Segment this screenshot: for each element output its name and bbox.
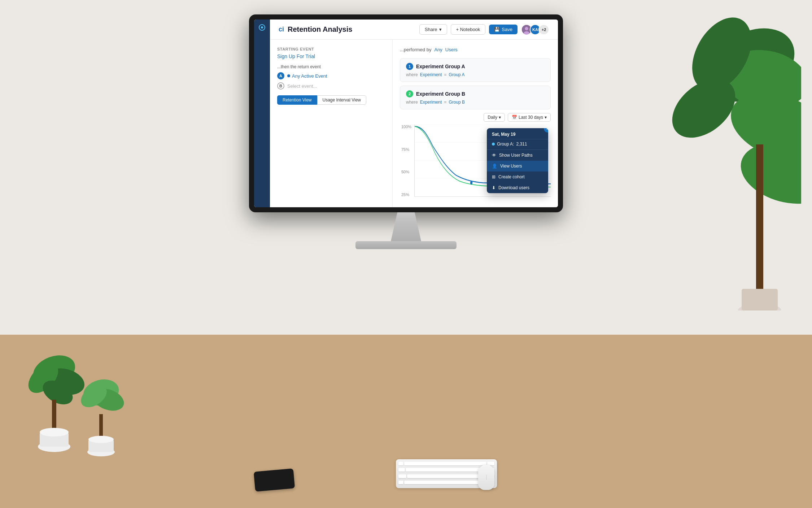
event-b-row: B Select event... [277, 82, 385, 90]
save-button[interactable]: 💾 Save [489, 25, 518, 34]
retention-view-button[interactable]: Retention View [277, 95, 317, 105]
download-users-label: Download users [498, 185, 529, 190]
group-a-property: Experiment [420, 72, 442, 77]
chart-tooltip: ✕ Sat, May 19 Group A: 2,311 👁 [487, 128, 548, 193]
show-user-paths-icon: 👁 [492, 153, 496, 158]
notebook-label: + Notebook [456, 27, 480, 32]
return-event-label: ...then the return event [277, 64, 385, 69]
app-logo: ci [279, 26, 284, 33]
view-users-item[interactable]: 👤 View Users [487, 161, 548, 171]
any-active-event[interactable]: Any Active Event [287, 73, 327, 79]
calendar-icon: 📅 [512, 115, 517, 120]
svg-point-5 [734, 133, 801, 213]
download-users-icon: ⬇ [492, 185, 496, 190]
group-a-operator: = [444, 72, 446, 77]
share-button[interactable]: Share ▾ [419, 24, 447, 35]
app-main: ci Retention Analysis Share ▾ + Notebook… [270, 19, 558, 207]
svg-point-25 [261, 26, 263, 29]
share-chevron-icon: ▾ [439, 27, 442, 32]
time-filter-dropdown[interactable]: Daily ▾ [484, 113, 505, 122]
time-filter-chevron: ▾ [499, 115, 501, 120]
starting-event-label: Starting Event [277, 47, 385, 51]
mouse [478, 465, 494, 490]
header-actions: Share ▾ + Notebook 💾 Save [419, 24, 549, 35]
view-toggle: Retention View Usage Interval View [277, 95, 385, 105]
download-users-item[interactable]: ⬇ Download users [487, 182, 548, 193]
left-panel: Starting Event Sign Up For Trial ...then… [270, 40, 393, 207]
svg-rect-8 [742, 289, 778, 311]
save-icon: 💾 [494, 27, 500, 32]
usage-interval-view-button[interactable]: Usage Interval View [317, 95, 367, 105]
performed-by-label: ...performed by [400, 47, 431, 52]
event-b-select[interactable]: Select event... [287, 83, 317, 89]
monitor-stand-neck [384, 212, 428, 241]
app-content: Starting Event Sign Up For Trial ...then… [270, 40, 558, 207]
notebook-button[interactable]: + Notebook [451, 24, 486, 35]
avatar-group: KA +2 [521, 24, 549, 35]
group-a-name: Experiment Group A [416, 64, 465, 69]
phone [254, 468, 295, 491]
group-a-where: where Experiment = Group A [406, 72, 545, 77]
group-a-header: 1 Experiment Group A [406, 63, 545, 70]
group-a-card: 1 Experiment Group A where Experiment = … [400, 58, 551, 82]
svg-point-16 [40, 428, 69, 437]
plant-right [650, 0, 801, 311]
app-header: ci Retention Analysis Share ▾ + Notebook… [270, 19, 558, 40]
avatar-count: +2 [538, 24, 549, 35]
chart-area: ✕ Sat, May 19 Group A: 2,311 👁 [414, 125, 551, 197]
starting-event-value[interactable]: Sign Up For Trial [277, 53, 385, 59]
group-b-where-label: where [406, 100, 418, 105]
svg-point-27 [525, 27, 528, 30]
active-dot [287, 74, 290, 77]
group-b-name: Experiment Group B [416, 91, 465, 97]
tooltip-group-a-value: Group A: 2,311 [487, 139, 548, 150]
plant-left-2 [72, 364, 130, 472]
event-a-row: A Any Active Event [277, 72, 385, 79]
page-title: Retention Analysis [288, 25, 352, 34]
share-label: Share [425, 27, 437, 32]
date-range-dropdown[interactable]: 📅 Last 30 days ▾ [508, 113, 551, 122]
monitor-bezel: ci Retention Analysis Share ▾ + Notebook… [249, 14, 563, 212]
create-cohort-item[interactable]: ⊞ Create cohort [487, 171, 548, 182]
performed-by-row: ...performed by Any Users [400, 47, 551, 52]
group-b-operator: = [444, 100, 446, 105]
app-sidebar [254, 19, 270, 207]
group-b-value: Group B [449, 100, 465, 105]
chart-controls: Daily ▾ 📅 Last 30 days ▾ [400, 113, 551, 122]
view-users-icon: 👤 [492, 164, 497, 169]
create-cohort-icon: ⊞ [492, 174, 496, 179]
show-user-paths-item[interactable]: 👁 Show User Paths [487, 150, 548, 161]
sidebar-logo [254, 19, 270, 35]
time-filter-value: Daily [488, 115, 497, 120]
date-range-chevron: ▾ [545, 115, 547, 120]
monitor-screen: ci Retention Analysis Share ▾ + Notebook… [254, 19, 558, 207]
group-b-property: Experiment [420, 100, 442, 105]
monitor: ci Retention Analysis Share ▾ + Notebook… [249, 14, 563, 249]
view-users-label: View Users [500, 164, 522, 169]
y-label-50: 50% [401, 170, 411, 174]
y-label-75: 75% [401, 147, 411, 152]
tooltip-dot [492, 143, 495, 146]
monitor-stand-base [355, 241, 457, 249]
group-a-number: 1 [406, 63, 413, 70]
event-a-badge: A [277, 72, 284, 79]
group-b-where: where Experiment = Group B [406, 100, 545, 105]
show-user-paths-label: Show User Paths [499, 153, 533, 158]
group-b-card: 2 Experiment Group B where Experiment = … [400, 86, 551, 109]
chart-container: 100% 75% 50% 25% [414, 125, 551, 197]
users-filter-link[interactable]: Users [445, 47, 458, 52]
date-range-value: Last 30 days [519, 115, 543, 120]
group-a-where-label: where [406, 72, 418, 77]
tooltip-group-value: 2,311 [516, 142, 527, 147]
event-b-badge: B [277, 82, 284, 90]
right-panel: ...performed by Any Users 1 Experiment G… [393, 40, 558, 207]
chart-y-labels: 100% 75% 50% 25% [401, 125, 411, 197]
tooltip-group-label: Group A: [497, 142, 514, 147]
group-a-value: Group A [449, 72, 464, 77]
app-title-area: ci Retention Analysis [279, 25, 352, 34]
save-label: Save [502, 27, 512, 32]
create-cohort-label: Create cohort [498, 174, 525, 179]
any-filter-link[interactable]: Any [434, 47, 442, 52]
tooltip-date: Sat, May 19 [487, 128, 548, 139]
group-b-number: 2 [406, 90, 413, 97]
